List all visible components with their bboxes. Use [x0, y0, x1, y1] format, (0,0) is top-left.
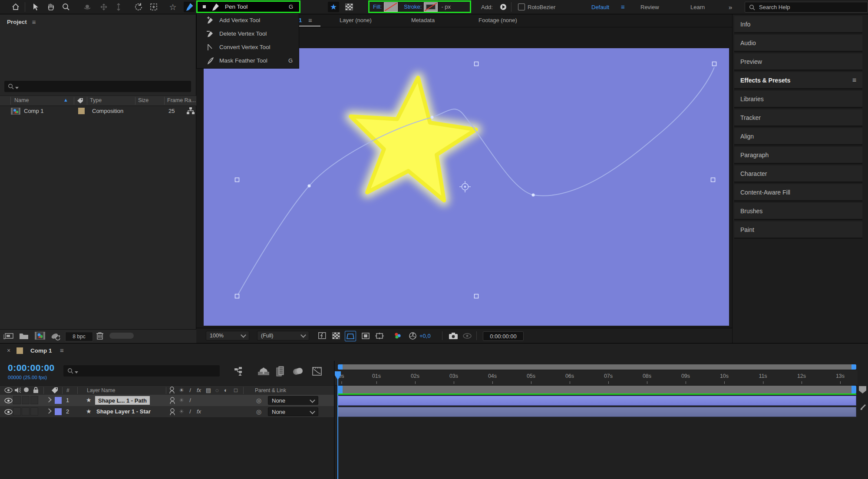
project-search-field[interactable] [4, 81, 191, 92]
panel-tab-paragraph[interactable]: Paragraph [734, 147, 862, 164]
help-search-field[interactable]: Search Help [745, 2, 868, 13]
panel-tab-audio[interactable]: Audio [734, 35, 862, 52]
workspace-overflow-icon[interactable]: » [729, 3, 732, 11]
interpret-footage-icon[interactable] [3, 333, 14, 340]
timeline-tab-label[interactable]: Comp 1 [30, 347, 52, 354]
workspace-review[interactable]: Review [640, 4, 659, 10]
fast-previews-icon[interactable] [317, 331, 327, 340]
shy-switch-icon[interactable] [169, 397, 175, 404]
quality-switch-icon[interactable]: / [186, 408, 195, 415]
rotobezier-label[interactable]: RotoBezier [528, 4, 555, 10]
solo-column-icon[interactable] [24, 387, 29, 392]
zoom-tool-icon[interactable] [60, 2, 72, 12]
comp-marker-bin-icon[interactable] [859, 386, 866, 393]
layer-row-1[interactable]: 1 ★ Shape L... 1 - Path ☀ / ◎ None [0, 395, 334, 406]
anchor-point-icon[interactable] [459, 181, 471, 192]
panel-scrollbar[interactable] [109, 333, 134, 339]
adjustment-column-icon[interactable]: ◐ [221, 387, 230, 393]
exposure-value[interactable]: +0,0 [419, 333, 431, 339]
item-label-color[interactable] [78, 108, 85, 114]
threed-column-icon[interactable]: □ [231, 387, 240, 393]
show-snapshot-eye-icon[interactable] [462, 331, 472, 340]
star-shape-tool-icon[interactable]: ★ [328, 2, 339, 12]
shy-column-icon[interactable] [169, 387, 175, 394]
mask-shape-tool-icon[interactable]: ☆ [167, 2, 178, 12]
parent-select[interactable]: None [268, 396, 318, 405]
layer-row-2[interactable]: 2 ★ Shape Layer 1 - Star ☀ / fx ◎ None [0, 406, 334, 418]
panel-tab-align[interactable]: Align [734, 128, 862, 145]
parent-select[interactable]: None [268, 407, 318, 416]
choose-grid-guides-icon[interactable] [374, 331, 385, 340]
panel-tab-paint[interactable]: Paint [734, 221, 862, 239]
transparency-grid-icon[interactable] [331, 331, 341, 340]
stroke-swatch[interactable] [424, 2, 438, 12]
mask-visibility-icon[interactable] [360, 331, 371, 340]
dolly-camera-tool-icon[interactable] [113, 2, 124, 12]
new-folder-icon[interactable] [19, 332, 29, 340]
layer-1-duration-bar[interactable] [338, 396, 856, 406]
camera-tool-icon[interactable] [148, 2, 159, 12]
composition-canvas[interactable] [204, 48, 729, 326]
comp-button-icon[interactable] [859, 403, 867, 411]
tab-footage[interactable]: Footage (none) [479, 17, 517, 23]
frame-blending-icon[interactable] [276, 366, 285, 377]
flowchart-icon[interactable] [187, 107, 195, 115]
lock-column-icon[interactable] [33, 387, 39, 393]
panel-tab-brushes[interactable]: Brushes [734, 203, 862, 220]
add-property-icon[interactable] [498, 2, 509, 12]
menu-item-delete-vertex[interactable]: Delete Vertex Tool [197, 27, 299, 40]
workspace-menu-icon[interactable]: ≡ [621, 3, 625, 10]
layer-visibility-eye-icon[interactable] [4, 398, 13, 403]
layer-2-duration-bar[interactable] [338, 407, 856, 417]
preview-time-display[interactable]: 0:00:00:00 [483, 331, 524, 341]
panel-tab-effects-presets[interactable]: Effects & Presets ≡ [734, 72, 862, 89]
column-number[interactable]: # [66, 387, 69, 393]
snapshot-camera-icon[interactable] [448, 331, 459, 340]
parent-pickwhip-icon[interactable]: ◎ [256, 408, 261, 415]
viewer-tab-menu-icon[interactable]: ≡ [308, 17, 312, 24]
collapse-switch-icon[interactable]: ☀ [177, 397, 186, 403]
column-layer-name[interactable]: Layer Name [87, 387, 115, 393]
pan-camera-tool-icon[interactable] [98, 2, 109, 12]
work-area-bar[interactable] [338, 386, 856, 393]
bit-depth-button[interactable]: 8 bpc [65, 332, 93, 341]
lock-toggle-cell[interactable] [30, 396, 38, 404]
panel-tab-info[interactable]: Info [734, 16, 862, 33]
layer-name[interactable]: Shape Layer 1 - Star [96, 408, 151, 415]
audio-toggle-cell[interactable] [13, 407, 21, 416]
layer-visibility-eye-icon[interactable] [4, 409, 13, 415]
selection-tool-icon[interactable] [30, 2, 41, 12]
quality-column-icon[interactable]: / [186, 387, 195, 393]
panel-tab-preview[interactable]: Preview [734, 53, 862, 71]
label-column-icon[interactable] [51, 387, 59, 393]
pen-tool-menu-header[interactable]: Pen Tool G [196, 0, 300, 13]
pen-tool-icon[interactable] [184, 2, 195, 12]
new-composition-icon[interactable] [35, 332, 45, 340]
panel-tab-character[interactable]: Character [734, 165, 862, 183]
transform-handles[interactable] [235, 62, 716, 298]
column-frame-rate[interactable]: Frame Ra... [167, 97, 196, 103]
fill-swatch[interactable] [384, 2, 398, 12]
frame-blend-column-icon[interactable]: ▤ [204, 387, 213, 393]
composition-mini-flowchart-icon[interactable] [234, 367, 244, 376]
project-settings-icon[interactable] [50, 332, 62, 340]
column-type[interactable]: Type [90, 97, 102, 103]
timeline-splitter[interactable] [334, 361, 335, 479]
layer-label-color[interactable] [55, 408, 62, 415]
effects-column-fx-icon[interactable]: fx [195, 387, 203, 393]
stroke-width-value[interactable]: - px [441, 3, 451, 10]
motion-blur-icon[interactable] [293, 367, 303, 376]
sort-ascending-icon[interactable]: ▲ [63, 97, 68, 102]
transparency-grid-icon[interactable] [343, 2, 355, 12]
shy-switch-icon[interactable] [169, 408, 175, 416]
orbit-camera-tool-icon[interactable] [82, 2, 93, 12]
panel-tab-tracker[interactable]: Tracker [734, 109, 862, 127]
channel-color-icon[interactable] [393, 331, 403, 340]
panel-menu-icon[interactable]: ≡ [852, 76, 856, 84]
current-time-display[interactable]: 0:00:00:00 [8, 363, 55, 373]
parent-pickwhip-icon[interactable]: ◎ [256, 397, 261, 404]
expand-layer-arrow[interactable] [46, 408, 52, 414]
region-of-interest-icon[interactable] [345, 331, 356, 341]
tab-composition-active[interactable]: 1 [299, 17, 302, 23]
home-icon[interactable] [10, 2, 21, 12]
